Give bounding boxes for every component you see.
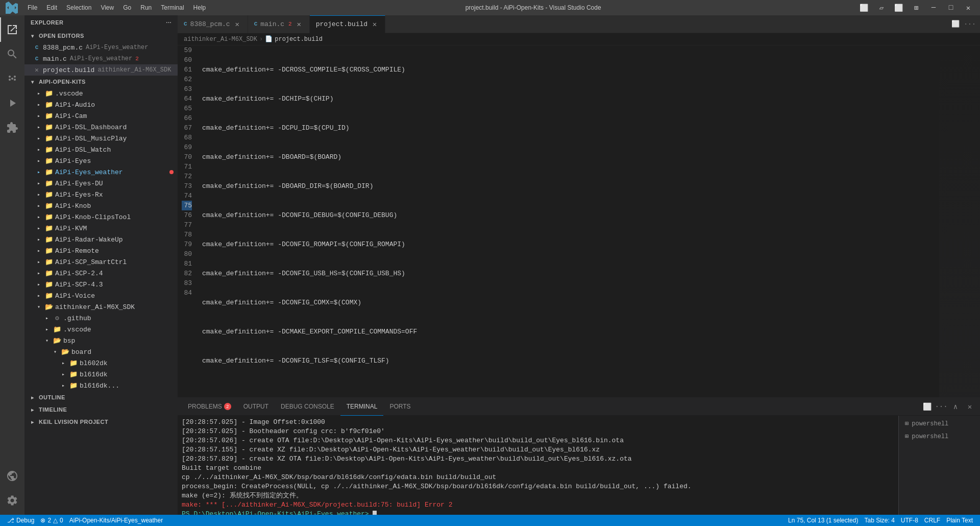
folder-voice[interactable]: ▸ 📁 AiPi-Voice [24, 290, 178, 301]
panel-tab-terminal[interactable]: TERMINAL [340, 398, 384, 416]
more-actions-btn[interactable]: ··· [964, 18, 976, 30]
activity-explorer[interactable] [0, 17, 24, 42]
folder-scp-smart[interactable]: ▸ 📁 AiPi-SCP_SmartCtrl [24, 256, 178, 268]
folder-audio[interactable]: ▸ 📁 AiPi-Audio [24, 99, 178, 110]
folder-radar[interactable]: ▸ 📁 AiPi-Radar-WakeUp [24, 234, 178, 245]
maximize-btn[interactable]: □ [943, 0, 959, 15]
open-editors-header[interactable]: ▾ OPEN EDITORS [24, 30, 178, 42]
folder-board[interactable]: ▾ 📂 board [24, 346, 178, 357]
panel-tab-debug-console[interactable]: DEBUG CONSOLE [275, 398, 340, 416]
open-editor-8388[interactable]: C 8388_pcm.c AiPi-Eyes_weather [24, 42, 178, 53]
ps-icon-2: ⊞ [905, 433, 909, 440]
panel-tab-ports[interactable]: PORTS [383, 398, 416, 416]
sidebar-toggle-btn[interactable]: ⬜ [856, 0, 872, 15]
open-editor-project-build[interactable]: ✕ project.build aithinker_Ai-M6X_SDK [24, 64, 178, 76]
panel-more-btn[interactable]: ··· [935, 400, 947, 413]
breadcrumb-sdk[interactable]: aithinker_Ai-M6X_SDK [184, 36, 257, 43]
folder-sdk[interactable]: ▾ 📂 aithinker_Ai-M6X_SDK [24, 301, 178, 313]
panel-close-btn[interactable]: ✕ [964, 400, 976, 413]
minimize-btn[interactable]: ─ [926, 0, 941, 15]
activity-search[interactable] [0, 42, 24, 66]
project-section-header[interactable]: ▾ AIPI-OPEN-KITS [24, 76, 178, 88]
status-branch[interactable]: ⎇ Debug [4, 515, 37, 526]
tab-project-build[interactable]: project.build ✕ [310, 15, 385, 33]
panel-tab-problems[interactable]: PROBLEMS 2 [182, 398, 237, 416]
terminal-line-4: [20:28:57.155] - create XZ file:D:\Deskt… [182, 445, 894, 455]
sidebar-more-btn[interactable]: ··· [166, 19, 172, 26]
layout-btn[interactable]: ⊞ [909, 0, 924, 15]
folder-dsl-musicplay[interactable]: ▸ 📁 AiPi-DSL_MusicPlay [24, 133, 178, 144]
folder-dsl-watch[interactable]: ▸ 📁 AiPi-DSL_Watch [24, 144, 178, 155]
ps-tab-2[interactable]: ⊞ powershell [901, 431, 978, 442]
close-small-icon[interactable]: ✕ [33, 66, 41, 74]
menu-run[interactable]: Run [136, 3, 156, 12]
panel-chevron-up-btn[interactable]: ∧ [949, 400, 962, 413]
terminal-content[interactable]: [20:28:57.025] - Image Offset:0x1000 [20… [178, 416, 898, 515]
folder-knob[interactable]: ▸ 📁 AiPi-Knob [24, 200, 178, 211]
folder-kvm[interactable]: ▸ 📁 AiPi-KVM [24, 223, 178, 234]
folder-remote[interactable]: ▸ 📁 AiPi-Remote [24, 245, 178, 256]
folder-scp24[interactable]: ▸ 📁 AiPi-SCP-2.4 [24, 268, 178, 279]
activity-settings[interactable] [0, 488, 24, 513]
folder-knob-clips[interactable]: ▸ 📁 AiPi-Knob-ClipsTool [24, 211, 178, 223]
folder-eyes-weather[interactable]: ▸ 📁 AiPi-Eyes_weather [24, 166, 178, 178]
panel-layout-btn[interactable]: ⬜ [921, 400, 933, 413]
tab-close-project-build[interactable]: ✕ [371, 20, 379, 29]
window-title: project.build - AiPi-Open-Kits - Visual … [465, 4, 601, 11]
ps-tab-1[interactable]: ⊞ powershell [901, 418, 978, 429]
ps-label-2: powershell [912, 433, 948, 440]
folder-bl602dk[interactable]: ▸ 📁 bl602dk [24, 357, 178, 369]
activity-source-control[interactable] [0, 66, 24, 91]
folder-bl616dk[interactable]: ▸ 📁 bl616dk [24, 369, 178, 380]
folder-dsl-dashboard[interactable]: ▸ 📁 AiPi-DSL_Dashboard [24, 122, 178, 133]
activity-remote[interactable] [0, 464, 24, 488]
folder-eyes-rx[interactable]: ▸ 📁 AiPi-Eyes-Rx [24, 189, 178, 200]
status-eol[interactable]: CRLF [921, 515, 943, 526]
menu-file[interactable]: File [23, 3, 41, 12]
folder-bl616dk2[interactable]: ▸ 📁 bl616dk... [24, 380, 178, 391]
split-editor-btn[interactable]: ⬜ [891, 0, 906, 15]
timeline-header[interactable]: ▸ TIMELINE [24, 403, 178, 416]
tab-close-8388[interactable]: ✕ [233, 20, 241, 28]
folder-github[interactable]: ▸ ⚙ .github [24, 313, 178, 324]
menu-view[interactable]: View [96, 3, 118, 12]
status-encoding[interactable]: UTF-8 [898, 515, 921, 526]
menu-go[interactable]: Go [119, 3, 135, 12]
chevron-right-icon: ▸ [35, 269, 43, 277]
code-content[interactable]: cmake_definition+= -DCROSS_COMPILE=$(CRO… [198, 45, 939, 397]
folder-cam[interactable]: ▸ 📁 AiPi-Cam [24, 110, 178, 122]
status-position[interactable]: Ln 75, Col 13 (1 selected) [785, 515, 861, 526]
breadcrumb-file[interactable]: 📄project.build [265, 35, 323, 43]
panel-tab-output[interactable]: OUTPUT [237, 398, 275, 416]
status-remote[interactable]: AiPi-Open-Kits/AiPi-Eyes_weather [66, 515, 166, 526]
close-btn[interactable]: ✕ [961, 0, 976, 15]
folder-scp43[interactable]: ▸ 📁 AiPi-SCP-4.3 [24, 279, 178, 290]
keil-header[interactable]: ▸ KEIL LVISION PROJECT [24, 416, 178, 428]
folder-bsp[interactable]: ▾ 📂 bsp [24, 335, 178, 346]
folder-icon: 📁 [45, 224, 53, 232]
c-file-icon: C [33, 43, 41, 52]
folder-icon: 📂 [53, 337, 61, 345]
status-language[interactable]: Plain Text [943, 515, 976, 526]
chevron-right-icon: ▸ [59, 359, 67, 367]
status-tabsize[interactable]: Tab Size: 4 [861, 515, 897, 526]
tab-8388-pcm[interactable]: C 8388_pcm.c ✕ [178, 15, 248, 33]
folder-eyes-du[interactable]: ▸ 📁 AiPi-Eyes-DU [24, 178, 178, 189]
tab-main-c[interactable]: C main.c 2 ✕ [248, 15, 310, 33]
tab-close-main[interactable]: ✕ [295, 20, 303, 28]
activity-run[interactable] [0, 91, 24, 115]
menu-terminal[interactable]: Terminal [157, 3, 188, 12]
folder-vscode2[interactable]: ▸ 📁 .vscode [24, 324, 178, 335]
status-errors[interactable]: ⊗ 2 △ 0 [37, 515, 66, 526]
activity-extensions[interactable] [0, 115, 24, 140]
panel-layout-btn[interactable]: ▱ [874, 0, 889, 15]
open-editor-main[interactable]: C main.c AiPi-Eyes_weather 2 [24, 53, 178, 64]
menu-selection[interactable]: Selection [62, 3, 95, 12]
code-line-69: cmake_definition+= -DCONFIG_TLSF=$(CONFI… [202, 356, 939, 366]
split-editor-btn[interactable]: ⬜ [949, 18, 962, 30]
menu-edit[interactable]: Edit [42, 3, 61, 12]
folder-vscode[interactable]: ▸ 📁 .vscode [24, 88, 178, 99]
outline-header[interactable]: ▸ OUTLINE [24, 391, 178, 403]
folder-eyes[interactable]: ▸ 📁 AiPi-Eyes [24, 155, 178, 166]
menu-help[interactable]: Help [189, 3, 210, 12]
